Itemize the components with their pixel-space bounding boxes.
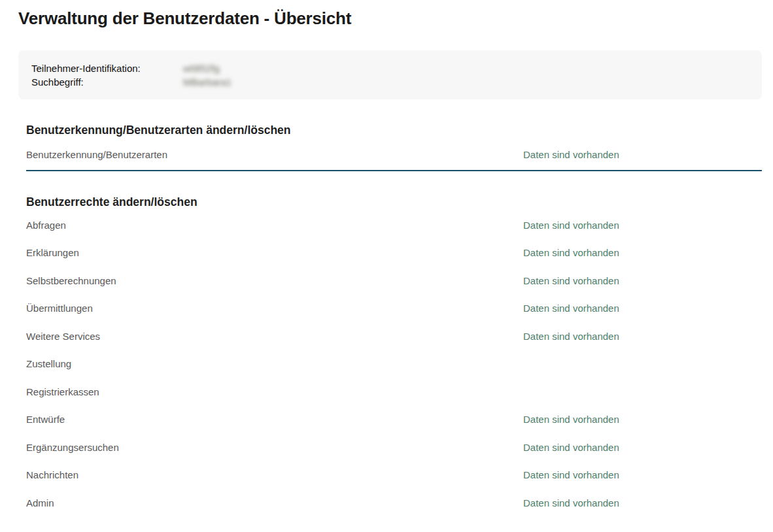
row-uebermittlungen[interactable]: Übermittlungen Daten sind vorhanden	[26, 295, 762, 323]
row-registrierkassen[interactable]: Registrierkassen	[26, 378, 762, 406]
info-row-suchbegriff: Suchbegriff: MBarbara1	[31, 75, 749, 89]
section-benutzerrechte: Benutzerrechte ändern/löschen Abfragen D…	[0, 195, 773, 517]
row-label-admin[interactable]: Admin	[26, 497, 523, 508]
row-label-zustellung[interactable]: Zustellung	[26, 358, 523, 369]
status-text: Daten sind vorhanden	[523, 414, 619, 425]
row-zustellung[interactable]: Zustellung	[26, 350, 762, 378]
row-label-weitere-services[interactable]: Weitere Services	[26, 331, 523, 342]
section-benutzerkennung-benutzerarten: Benutzerkennung/Benutzerarten ändern/lös…	[0, 124, 773, 171]
row-label-nachrichten[interactable]: Nachrichten	[26, 469, 523, 480]
status-text: Daten sind vorhanden	[523, 442, 619, 453]
row-entwuerfe[interactable]: Entwürfe Daten sind vorhanden	[26, 406, 762, 434]
suchbegriff-label: Suchbegriff:	[31, 75, 183, 89]
row-label-selbstberechnungen[interactable]: Selbstberechnungen	[26, 275, 523, 286]
row-label-benutzerkennung-benutzerarten[interactable]: Benutzerkennung/Benutzerarten	[26, 149, 523, 160]
participant-info-box: Teilnehmer-Identifikation: wt9l52fg Such…	[18, 50, 762, 99]
row-label-erklaerungen[interactable]: Erklärungen	[26, 247, 523, 258]
user-data-overview-page: Verwaltung der Benutzerdaten - Übersicht…	[0, 0, 773, 532]
row-nachrichten[interactable]: Nachrichten Daten sind vorhanden	[26, 461, 762, 490]
row-label-ergaenzungsersuchen[interactable]: Ergänzungsersuchen	[26, 442, 523, 453]
page-title: Verwaltung der Benutzerdaten - Übersicht	[18, 8, 762, 29]
section-rows: Benutzerkennung/Benutzerarten Daten sind…	[0, 139, 773, 169]
row-label-uebermittlungen[interactable]: Übermittlungen	[26, 303, 523, 314]
row-label-registrierkassen[interactable]: Registrierkassen	[26, 386, 523, 397]
row-label-entwuerfe[interactable]: Entwürfe	[26, 414, 523, 425]
status-text: Daten sind vorhanden	[523, 331, 619, 342]
section-heading-benutzerrechte: Benutzerrechte ändern/löschen	[26, 195, 762, 209]
row-admin[interactable]: Admin Daten sind vorhanden	[26, 489, 762, 517]
status-text: Daten sind vorhanden	[523, 497, 619, 508]
status-text: Daten sind vorhanden	[523, 469, 619, 480]
teilnehmer-identifikation-label: Teilnehmer-Identifikation:	[31, 61, 183, 75]
section-rows: Abfragen Daten sind vorhanden Erklärunge…	[0, 211, 773, 517]
status-text: Daten sind vorhanden	[523, 275, 619, 286]
teilnehmer-identifikation-redacted-value: wt9l52fg	[183, 61, 220, 75]
row-abfragen[interactable]: Abfragen Daten sind vorhanden	[26, 211, 762, 239]
status-text: Daten sind vorhanden	[523, 303, 619, 314]
row-benutzerkennung-benutzerarten[interactable]: Benutzerkennung/Benutzerarten Daten sind…	[26, 139, 762, 169]
status-text: Daten sind vorhanden	[523, 247, 619, 258]
section-divider	[26, 170, 762, 171]
row-weitere-services[interactable]: Weitere Services Daten sind vorhanden	[26, 322, 762, 350]
section-heading-benutzerkennung: Benutzerkennung/Benutzerarten ändern/lös…	[26, 124, 762, 137]
row-erklaerungen[interactable]: Erklärungen Daten sind vorhanden	[26, 239, 762, 267]
info-row-teilnehmer-identifikation: Teilnehmer-Identifikation: wt9l52fg	[31, 61, 749, 75]
row-label-abfragen[interactable]: Abfragen	[26, 220, 523, 231]
status-text: Daten sind vorhanden	[523, 220, 619, 231]
suchbegriff-redacted-value: MBarbara1	[183, 75, 232, 89]
status-text: Daten sind vorhanden	[523, 149, 619, 160]
row-selbstberechnungen[interactable]: Selbstberechnungen Daten sind vorhanden	[26, 267, 762, 295]
row-ergaenzungsersuchen[interactable]: Ergänzungsersuchen Daten sind vorhanden	[26, 433, 762, 461]
